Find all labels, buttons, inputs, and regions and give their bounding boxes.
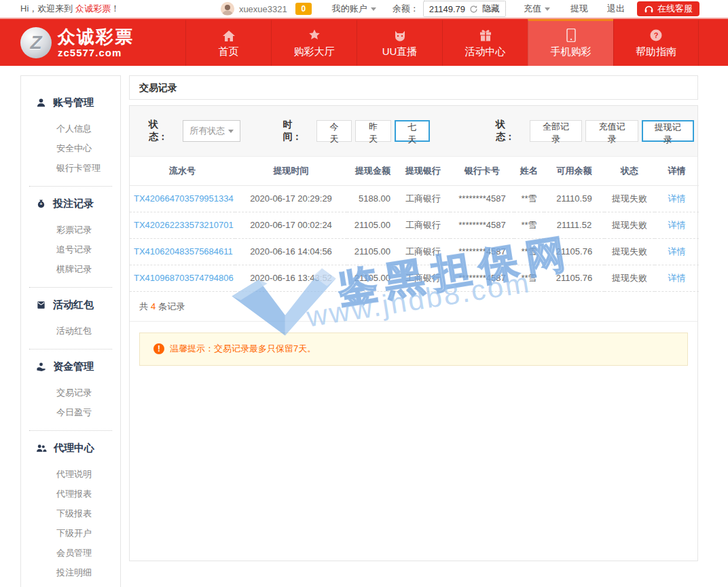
message-count-badge[interactable]: 0 [295,3,312,15]
refresh-icon[interactable] [469,5,478,14]
nav-item-activity-center[interactable]: 活动中心 [442,19,528,66]
sidebar-section-funds: 资金管理 交易记录 今日盈亏 [21,356,120,422]
chevron-down-icon [371,7,376,11]
type-filter-all-button[interactable]: 全部记录 [530,120,582,142]
col-header-details: 详情 [655,157,699,185]
nav-item-uu-live[interactable]: UU直播 [357,19,442,66]
greeting-suffix: ！ [111,3,120,14]
my-account-label: 我的账户 [332,3,367,15]
topbar: Hi，欢迎来到 众诚彩票！ xuexue3321 0 我的账户 余额： 2114… [0,0,728,19]
col-header-withdraw-amount: 提现金额 [347,157,396,185]
recharge-menu[interactable]: 充值 [524,3,550,15]
sidebar-item-security-center[interactable]: 安全中心 [21,138,120,158]
time-filter-yesterday-button[interactable]: 昨天 [355,120,390,142]
sidebar-item-member-management[interactable]: 会员管理 [21,543,120,563]
sidebar-section-header-account[interactable]: 账号管理 [21,92,120,113]
nav-item-mobile-lottery[interactable]: 手机购彩 [528,19,613,66]
available-balance-cell: 21105.76 [544,238,604,265]
sidebar-item-bank-card[interactable]: 银行卡管理 [21,158,120,178]
time-filter-today-button[interactable]: 今天 [316,120,352,142]
flow-no-link[interactable]: TX420262233573210701 [134,220,234,230]
table-row: TX420664703579951334 2020-06-17 20:29:29… [130,185,699,212]
help-icon: ? [649,29,663,42]
username[interactable]: xuexue3321 [239,4,287,14]
sidebar-item-transaction-records[interactable]: 交易记录 [21,383,120,402]
table-row: TX410968703574794806 2020-06-16 13:43:52… [130,265,699,291]
type-filter-recharge-button[interactable]: 充值记录 [585,120,638,142]
table-row: TX420262233573210701 2020-06-17 00:02:24… [130,212,699,238]
divider [29,430,112,431]
status-dropdown[interactable]: 所有状态 [183,120,240,142]
sidebar-section-header-agent[interactable]: 代理中心 [21,438,120,458]
greeting-prefix: Hi，欢迎来到 [20,3,73,14]
details-link[interactable]: 详情 [668,273,686,283]
filter-label: 状态： [496,119,523,143]
flow-no-link[interactable]: TX420664703579951334 [134,193,234,204]
my-account-menu[interactable]: 我的账户 [332,3,376,15]
mobile-icon [566,29,576,42]
nav-label: 购彩大厅 [294,45,335,58]
nav-label: 帮助指南 [636,45,676,58]
flow-no-link[interactable]: TX410968703574794806 [134,273,234,283]
bank-card-cell: ********4587 [450,212,514,238]
sidebar-item-betting-details[interactable]: 投注明细 [21,563,120,582]
sidebar-section-header-funds[interactable]: 资金管理 [21,356,120,377]
main-navbar: Z 众诚彩票 zc5577.com 首页 购彩大厅 [0,19,728,66]
details-link[interactable]: 详情 [668,246,686,257]
filter-label: 状态： [149,119,176,143]
divider [29,287,112,288]
sidebar-item-agent-description[interactable]: 代理说明 [21,464,120,484]
page: Hi，欢迎来到 众诚彩票！ xuexue3321 0 我的账户 余额： 2114… [0,0,728,587]
filter-bar: 状态： 所有状态 时间： 今天 昨天 七天 状态： 全部记录 充值记录 提 [130,106,697,157]
brand-link[interactable]: 众诚彩票 [75,3,111,14]
nav-item-lottery-hall[interactable]: 购彩大厅 [271,19,357,66]
sidebar-item-chase-records[interactable]: 追号记录 [21,240,120,259]
section-title: 资金管理 [53,360,94,373]
status-dropdown-value: 所有状态 [189,125,225,137]
notice-banner: 温馨提示：交易记录最多只保留7天。 [139,333,688,366]
flow-no-link[interactable]: TX410620483575684611 [134,246,233,257]
sidebar-section-header-red-packet[interactable]: 活动红包 [21,295,120,315]
sidebar-item-today-profit-loss[interactable]: 今日盈亏 [21,402,120,422]
sidebar-section-red-packet: 活动红包 活动红包 [21,295,120,341]
available-balance-cell: 21105.76 [544,265,604,291]
type-filter-withdraw-button[interactable]: 提现记录 [642,120,694,142]
withdraw-bank-cell: 工商银行 [396,212,450,238]
withdraw-amount-cell: 21105.00 [347,238,396,265]
section-title: 投注记录 [53,197,94,210]
sidebar-item-lottery-records[interactable]: 彩票记录 [21,220,120,240]
alert-icon [153,343,164,354]
avatar[interactable] [221,2,234,16]
logout-link[interactable]: 退出 [607,3,625,15]
sidebar-item-transaction-details[interactable]: 交易明细 [21,582,120,587]
site-logo[interactable]: Z 众诚彩票 zc5577.com [20,19,185,66]
nav-label: 手机购彩 [551,45,592,58]
withdraw-link[interactable]: 提现 [570,3,588,15]
sidebar-item-activity-red-packet[interactable]: 活动红包 [21,321,120,341]
sidebar-item-board-games-records[interactable]: 棋牌记录 [21,259,120,279]
sidebar-item-subordinate-report[interactable]: 下级报表 [21,504,120,523]
sidebar-item-agent-report[interactable]: 代理报表 [21,484,120,504]
section-title: 代理中心 [54,442,94,455]
sidebar-section-header-betting[interactable]: + 投注记录 [21,193,120,214]
time-filter-seven-days-button[interactable]: 七天 [395,120,430,142]
col-header-name: 姓名 [514,157,544,185]
home-icon [222,29,236,42]
table-row: TX410620483575684611 2020-06-16 14:04:56… [130,238,699,265]
nav-item-home[interactable]: 首页 [185,19,271,66]
details-link[interactable]: 详情 [668,220,686,230]
sidebar-item-personal-info[interactable]: 个人信息 [21,119,120,138]
customer-service-button[interactable]: 在线客服 [637,1,699,16]
name-cell: **雪 [514,238,544,265]
greeting: Hi，欢迎来到 众诚彩票！ [20,3,120,15]
summary-prefix: 共 [139,301,148,311]
withdraw-bank-cell: 工商银行 [396,265,450,291]
nav-label: UU直播 [382,45,418,58]
details-link[interactable]: 详情 [668,193,686,204]
status-cell: 提现失败 [604,185,655,212]
hide-balance-link[interactable]: 隐藏 [482,3,500,15]
nav-item-help-guide[interactable]: ? 帮助指南 [613,19,699,66]
sidebar-item-subordinate-account[interactable]: 下级开户 [21,523,120,543]
funds-icon [36,362,46,372]
col-header-withdraw-time: 提现时间 [235,157,347,185]
